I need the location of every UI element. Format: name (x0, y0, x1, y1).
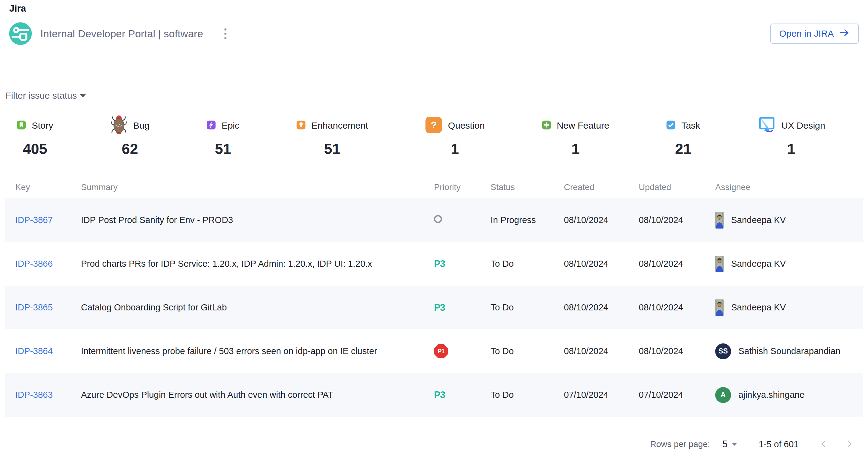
assignee-initials: A (715, 387, 731, 403)
issue-summary: Azure DevOps Plugin Errors out with Auth… (81, 390, 434, 400)
issue-type-count: 51 (324, 140, 340, 157)
issue-type-counters: Story 405 </> Bug 62 Epic 51 (9, 115, 859, 157)
svg-text:</>: </> (116, 124, 122, 128)
priority-p3-label: P3 (434, 302, 445, 313)
issue-priority (434, 215, 491, 225)
issue-key-link[interactable]: IDP-3863 (15, 390, 53, 400)
bug-icon: </> (110, 114, 127, 137)
new-feature-icon (542, 120, 551, 131)
issue-type-counter: New Feature 1 (542, 115, 610, 157)
assignee-initials-avatar: SS (715, 343, 731, 359)
issue-type-counter: Epic 51 (207, 115, 239, 157)
table-row[interactable]: IDP-3863 Azure DevOps Plugin Errors out … (5, 373, 863, 417)
issue-type-count: 405 (23, 140, 47, 157)
task-icon (666, 120, 676, 131)
svg-text:?: ? (431, 120, 436, 130)
issue-created-date: 07/10/2024 (564, 390, 639, 400)
question-icon: ? (425, 117, 442, 135)
table-row[interactable]: IDP-3867 IDP Post Prod Sanity for Env - … (5, 198, 863, 242)
open-in-jira-button[interactable]: Open in JIRA (770, 24, 859, 44)
issue-assignee: Sandeepa KV (715, 212, 863, 229)
rows-per-page-label: Rows per page: (650, 439, 710, 449)
column-header-status: Status (491, 182, 564, 192)
issue-created-date: 08/10/2024 (564, 302, 639, 312)
arrow-right-icon (839, 28, 850, 39)
issue-key-link[interactable]: IDP-3866 (15, 259, 53, 269)
assignee-name: Sandeepa KV (731, 215, 786, 225)
issue-status: To Do (491, 346, 564, 356)
issue-assignee: Sandeepa KV (715, 299, 863, 316)
issue-summary: Catalog Onboarding Script for GitLab (81, 302, 434, 312)
issue-type-counter: Enhancement 51 (297, 115, 368, 157)
issue-type-label: Epic (222, 120, 239, 131)
table-row[interactable]: IDP-3866 Prod charts PRs for IDP Service… (5, 242, 863, 286)
assignee-photo-avatar (715, 212, 724, 229)
issue-key-link[interactable]: IDP-3864 (15, 346, 53, 356)
issue-type-counter: Story 405 (17, 115, 53, 157)
issue-type-count: 62 (122, 140, 138, 157)
next-page-button[interactable] (844, 439, 854, 450)
issue-type-label: UX Design (781, 120, 825, 131)
story-icon (17, 120, 26, 131)
issue-type-counter: </> Bug 62 (110, 115, 150, 157)
issue-created-date: 08/10/2024 (564, 346, 639, 356)
pagination-range: 1-5 of 601 (758, 439, 799, 450)
issue-type-count: 1 (787, 140, 795, 157)
issue-type-counter: Task 21 (666, 115, 700, 157)
kebab-menu-icon[interactable] (222, 26, 229, 41)
issue-key-link[interactable]: IDP-3867 (15, 215, 53, 225)
issue-updated-date: 08/10/2024 (639, 259, 715, 269)
issue-status: In Progress (491, 215, 564, 225)
issue-type-label: New Feature (557, 120, 610, 131)
issue-type-count: 51 (215, 140, 231, 157)
jira-app-logo-icon (9, 22, 32, 45)
previous-page-button[interactable] (819, 439, 829, 450)
issue-created-date: 08/10/2024 (564, 215, 639, 225)
table-row[interactable]: IDP-3864 Intermittent liveness probe fai… (5, 329, 863, 373)
issue-priority: P3 (434, 302, 491, 313)
issue-priority: P1 (434, 344, 491, 358)
issue-updated-date: 07/10/2024 (639, 390, 715, 400)
priority-p3-label: P3 (434, 390, 445, 400)
entity-title: Internal Developer Portal | software (40, 28, 203, 40)
issue-type-count: 1 (451, 140, 459, 157)
assignee-name: ajinkya.shingane (738, 390, 804, 400)
issue-type-label: Bug (133, 120, 150, 131)
issue-key-link[interactable]: IDP-3865 (15, 302, 53, 312)
column-header-summary: Summary (81, 182, 434, 192)
assignee-name: Sandeepa KV (731, 259, 786, 269)
priority-p1-badge: P1 (434, 344, 448, 358)
open-in-jira-label: Open in JIRA (779, 28, 834, 39)
assignee-name: Sandeepa KV (731, 302, 786, 312)
filter-issue-status-dropdown[interactable]: Filter issue status (5, 91, 88, 106)
assignee-initials-avatar: A (715, 387, 731, 403)
issue-type-count: 21 (675, 140, 691, 157)
enhancement-icon (297, 120, 306, 131)
assignee-initials: SS (715, 343, 731, 359)
issue-type-count: 1 (571, 140, 580, 157)
ux-design-icon (757, 116, 776, 135)
chevron-down-icon (80, 94, 86, 97)
entity-header: Internal Developer Portal | software Ope… (9, 22, 859, 45)
rows-per-page-select[interactable]: 5 (722, 439, 737, 450)
column-header-key: Key (15, 182, 81, 192)
issue-status: To Do (491, 302, 564, 312)
table-header-row: KeySummaryPriorityStatusCreatedUpdatedAs… (5, 176, 863, 198)
issue-status: To Do (491, 390, 564, 400)
assignee-photo-avatar (715, 299, 724, 316)
issue-type-label: Enhancement (311, 120, 368, 131)
epic-icon (207, 120, 216, 131)
issue-updated-date: 08/10/2024 (639, 346, 715, 356)
assignee-name: Sathish Soundarapandian (738, 346, 840, 356)
rows-per-page-value: 5 (722, 439, 727, 450)
issue-type-label: Task (681, 120, 700, 131)
issue-status: To Do (491, 259, 564, 269)
issues-table: IDP-3867 IDP Post Prod Sanity for Env - … (0, 198, 868, 417)
table-row[interactable]: IDP-3865 Catalog Onboarding Script for G… (5, 286, 863, 329)
filter-issue-status-label: Filter issue status (5, 91, 77, 101)
issue-assignee: A ajinkya.shingane (715, 387, 863, 403)
column-header-assignee: Assignee (715, 182, 863, 192)
issue-type-counter: ? Question 1 (425, 115, 485, 157)
priority-none-icon (434, 215, 442, 223)
assignee-photo-avatar (715, 256, 724, 272)
